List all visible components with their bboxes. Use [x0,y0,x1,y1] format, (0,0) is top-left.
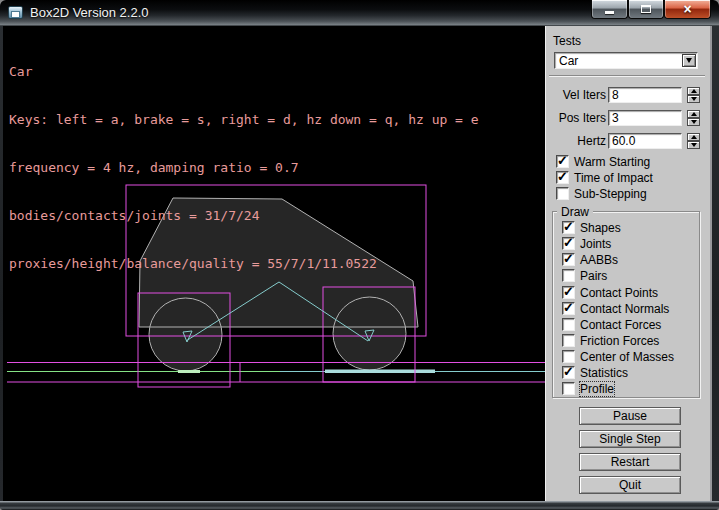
restart-button[interactable]: Restart [579,453,681,471]
draw-checkbox-statistics[interactable]: ✓ Statistics [562,366,628,379]
debug-hud: Car Keys: left = a, brake = s, right = d… [9,32,479,304]
pos-iters-row: Pos Iters 3 [546,110,706,126]
window-title: Box2D Version 2.2.0 [30,0,149,26]
checkbox-label: Center of Masses [580,350,674,364]
bridge-plank [325,370,435,374]
tests-label: Tests [553,34,581,48]
checkbox-label: Pairs [580,269,607,283]
check-icon: ✓ [563,222,574,232]
check-icon: ✓ [563,238,574,248]
hertz-input[interactable]: 60.0 [608,133,682,149]
checkbox-label: Statistics [580,366,628,380]
vel-iters-input[interactable]: 8 [608,87,682,103]
hud-body-counts: bodies/contacts/joints = 31/7/24 [9,208,479,224]
vel-iters-label: Vel Iters [546,88,606,102]
checkbox-box [562,318,575,331]
spinner-up-icon [691,135,697,139]
spinner-down-button[interactable] [687,141,700,149]
chevron-down-icon [686,58,692,63]
draw-checkbox-center-of-masses[interactable]: Center of Masses [562,350,674,363]
control-panel: Tests Car Vel Iters 8 Pos Iters 3 [545,26,712,501]
checkbox-label: Sub-Stepping [574,187,647,201]
pos-iters-input[interactable]: 3 [608,110,682,126]
checkbox-box: ✓ [562,366,575,379]
draw-checkbox-profile[interactable]: Profile [562,382,614,395]
separator [549,75,705,77]
checkbox-box: ✓ [562,237,575,250]
checkbox-box: ✓ [562,286,575,299]
draw-checkbox-contact-forces[interactable]: Contact Forces [562,318,661,331]
window-controls: × [591,0,711,19]
draw-checkbox-contact-normals[interactable]: ✓ Contact Normals [562,302,669,315]
simulation-canvas[interactable]: Car Keys: left = a, brake = s, right = d… [3,26,545,501]
checkbox-time-of-impact[interactable]: ✓ Time of Impact [556,171,653,184]
draw-checkbox-shapes[interactable]: ✓ Shapes [562,221,621,234]
checkbox-label: Contact Forces [580,318,661,332]
checkbox-box: ✓ [562,253,575,266]
checkbox-box [562,382,575,395]
spinner-down-button[interactable] [687,118,700,126]
checkbox-label: Joints [580,237,611,251]
checkbox-label: Contact Points [580,286,658,300]
check-icon: ✓ [563,303,574,313]
checkbox-label: Contact Normals [580,302,669,316]
spinner-up-button[interactable] [687,133,700,141]
hud-keys: Keys: left = a, brake = s, right = d, hz… [9,112,479,128]
checkbox-warm-starting[interactable]: ✓ Warm Starting [556,155,650,168]
tests-selected-value: Car [555,54,697,68]
hud-test-name: Car [9,64,479,80]
spinner-up-icon [691,112,697,116]
pos-iters-spinner [687,110,700,126]
checkbox-sub-stepping[interactable]: Sub-Stepping [556,187,647,200]
checkbox-label: Warm Starting [574,155,650,169]
hertz-label: Hertz [546,134,606,148]
pause-button[interactable]: Pause [579,407,681,425]
tests-dropdown[interactable]: Car [554,52,698,69]
vel-iters-spinner [687,87,700,103]
checkbox-label: Time of Impact [574,171,653,185]
checkbox-box: ✓ [562,302,575,315]
maximize-button[interactable] [628,0,664,19]
checkbox-box [556,187,569,200]
check-icon: ✓ [557,156,568,166]
check-icon: ✓ [557,172,568,182]
hud-frequency: frequency = 4 hz, damping ratio = 0.7 [9,160,479,176]
spinner-down-button[interactable] [687,95,700,103]
draw-checkbox-joints[interactable]: ✓ Joints [562,237,611,250]
draw-checkbox-pairs[interactable]: Pairs [562,269,607,282]
checkbox-box [562,334,575,347]
contact-point [178,370,200,373]
spinner-up-icon [691,89,697,93]
draw-checkbox-contact-points[interactable]: ✓ Contact Points [562,286,658,299]
draw-checkbox-friction-forces[interactable]: Friction Forces [562,334,659,347]
quit-button[interactable]: Quit [579,476,681,494]
spinner-up-button[interactable] [687,110,700,118]
close-icon: × [683,1,691,18]
draw-checkbox-aabbs[interactable]: ✓ AABBs [562,253,618,266]
draw-group-title: Draw [557,205,593,219]
maximize-icon [641,5,651,13]
minimize-icon [605,11,614,14]
title-bar[interactable]: Box2D Version 2.2.0 × [0,0,719,26]
checkbox-box [562,350,575,363]
minimize-button[interactable] [591,0,628,19]
checkbox-label: Profile [580,382,614,396]
single-step-button[interactable]: Single Step [579,430,681,448]
checkbox-label: AABBs [580,253,618,267]
checkbox-label: Friction Forces [580,334,659,348]
spinner-up-button[interactable] [687,87,700,95]
check-icon: ✓ [563,254,574,264]
app-icon[interactable] [8,6,23,19]
checkbox-box: ✓ [556,171,569,184]
checkbox-box: ✓ [562,221,575,234]
close-button[interactable]: × [664,0,711,19]
dropdown-button[interactable] [682,54,696,67]
checkbox-box [562,269,575,282]
hertz-spinner [687,133,700,149]
checkbox-label: Shapes [580,221,621,235]
pos-iters-label: Pos Iters [546,111,606,125]
spinner-down-icon [691,120,697,124]
hud-proxy-stats: proxies/height/balance/quality = 55/7/1/… [9,256,479,272]
check-icon: ✓ [563,287,574,297]
app-window: Box2D Version 2.2.0 × [0,0,719,510]
